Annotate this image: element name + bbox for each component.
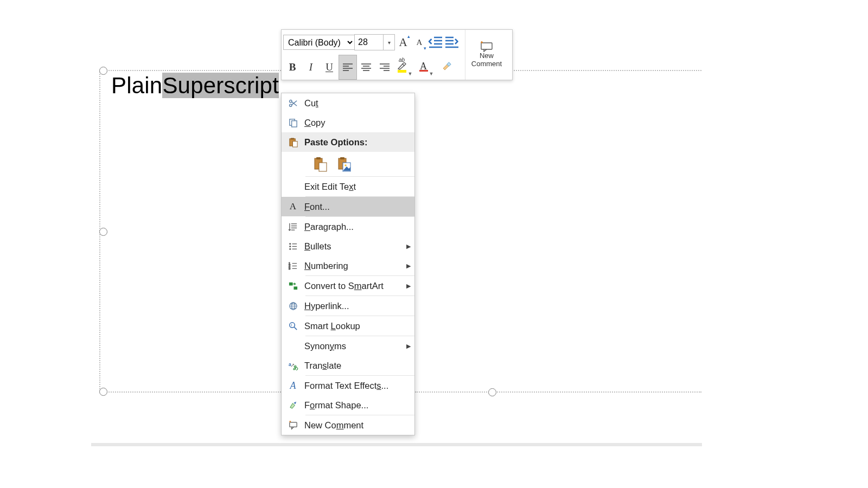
align-left-button[interactable] [339,55,357,80]
ctx-bullets[interactable]: Bullets ▶ [282,236,414,256]
new-comment-line2: Comment [471,60,502,68]
slide-text-plain: Plain [111,73,162,98]
translate-icon: a あ [282,361,304,371]
font-color-button[interactable]: A ▼ [416,55,437,80]
smartart-icon [282,281,304,291]
text-effects-icon: A [282,380,304,391]
ctx-copy[interactable]: Copy [282,113,414,132]
submenu-arrow-icon: ▶ [403,282,414,290]
ctx-smart-lookup[interactable]: i Smart Lookup [282,316,414,336]
format-painter-button[interactable] [437,55,456,80]
svg-rect-24 [316,157,321,159]
svg-text:あ: あ [292,364,298,370]
svg-text:3: 3 [288,267,290,270]
underline-button[interactable]: U [320,55,339,80]
format-shape-icon [282,400,304,410]
svg-text:a: a [288,361,291,367]
ctx-font[interactable]: A Font... [282,197,414,216]
ctx-translate[interactable]: a あ Translate [282,356,414,375]
resize-handle-bottom-left[interactable] [99,388,107,396]
svg-point-38 [289,248,290,249]
comment-icon [282,420,304,431]
highlight-button[interactable]: ab ▼ [394,55,416,80]
ctx-paste-header: Paste Options: [282,132,414,152]
ctx-paste-options [282,152,414,176]
new-comment-line1: New [480,52,494,60]
paste-picture-button[interactable] [336,156,353,173]
svg-rect-25 [319,163,327,171]
resize-handle-top-left[interactable] [99,67,107,75]
font-size-input[interactable] [354,34,383,50]
align-right-button[interactable] [375,55,394,80]
svg-point-29 [344,164,347,166]
ctx-exit-edit-text[interactable]: Exit Edit Text [282,177,414,196]
slide-footer-band [91,443,702,446]
svg-text:i: i [291,323,292,328]
font-size-dropdown[interactable]: ▾ [383,34,395,50]
svg-point-36 [289,246,290,247]
shrink-font-button[interactable]: A ▾ [411,30,427,55]
svg-rect-21 [290,138,294,139]
submenu-arrow-icon: ▶ [403,343,414,350]
ctx-format-shape[interactable]: Format Shape... [282,395,414,415]
ctx-synonyms[interactable]: Synonyms ▶ [282,336,414,356]
svg-rect-27 [340,157,344,159]
svg-rect-46 [289,282,292,285]
svg-rect-13 [481,43,492,49]
letter-a-icon: A [282,201,304,212]
numbering-icon: 1 2 3 [282,261,304,271]
search-icon: i [282,321,304,331]
svg-rect-58 [289,422,296,427]
slide-text-selected: Superscript [162,73,279,98]
ctx-cut[interactable]: Cut [282,93,414,113]
bullets-icon [282,241,304,252]
svg-rect-47 [293,286,297,290]
ctx-format-text-effects[interactable]: A Format Text Effects... [282,376,414,395]
decrease-indent-button[interactable] [427,30,444,55]
font-name-select[interactable]: Calibri (Body) [283,35,355,50]
svg-line-54 [294,327,297,330]
svg-point-34 [289,243,290,244]
ctx-hyperlink[interactable]: Hyperlink... [282,296,414,316]
copy-icon [282,118,304,128]
textbox-content[interactable]: PlainSuperscript [111,73,279,99]
submenu-arrow-icon: ▶ [403,262,414,269]
globe-icon [282,301,304,311]
ctx-convert-smartart[interactable]: Convert to SmartArt ▶ [282,276,414,296]
mini-toolbar: Calibri (Body) ▾ A ▴ A ▾ [281,29,513,80]
resize-handle-bottom-mid[interactable] [488,388,496,396]
svg-rect-22 [292,141,297,146]
new-comment-button[interactable]: New Comment [465,30,508,80]
increase-indent-button[interactable] [444,30,460,55]
scissors-icon [282,98,304,108]
paste-icon [282,137,304,147]
bold-button[interactable]: B [283,55,302,80]
align-center-button[interactable] [357,55,375,80]
ctx-numbering[interactable]: 1 2 3 Numbering ▶ [282,256,414,275]
italic-button[interactable]: I [302,55,320,80]
paste-keep-source-button[interactable] [312,156,329,173]
svg-point-53 [289,322,295,328]
context-menu: Cut Copy Paste Options: [281,93,415,435]
paragraph-icon [282,222,304,232]
resize-handle-mid-left[interactable] [99,228,107,236]
ctx-paragraph[interactable]: Paragraph... [282,217,414,236]
ctx-new-comment[interactable]: New Comment [282,415,414,435]
grow-font-button[interactable]: A ▴ [395,30,411,55]
submenu-arrow-icon: ▶ [403,243,414,250]
svg-rect-19 [291,120,297,126]
